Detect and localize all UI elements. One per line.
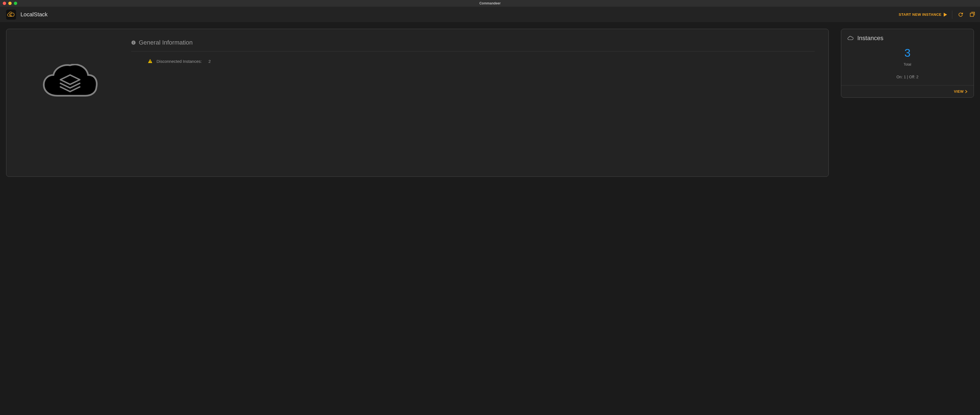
content-area: General Information Disconnected Instanc… [0, 23, 980, 415]
toolbar-separator [952, 11, 952, 19]
minimize-window-button[interactable] [8, 2, 12, 5]
general-information-panel: General Information Disconnected Instanc… [6, 29, 829, 177]
app-header: LocalStack START NEW INSTANCE [0, 6, 980, 23]
instances-status-line: On: 1 | Off: 2 [847, 75, 967, 79]
svg-rect-6 [150, 60, 150, 62]
app-root: Commandeer LocalStack START NEW INSTANCE [0, 0, 980, 415]
instances-panel-body: 3 Total On: 1 | Off: 2 [841, 42, 974, 85]
app-logo-icon [6, 10, 16, 20]
maximize-window-button[interactable] [14, 2, 17, 5]
svg-rect-3 [133, 42, 134, 44]
instances-panel-header: Instances [841, 29, 974, 42]
instances-panel-title: Instances [857, 35, 883, 42]
general-information-header: General Information [131, 39, 815, 51]
refresh-button[interactable] [957, 11, 964, 18]
refresh-icon [958, 12, 964, 18]
svg-rect-7 [150, 62, 150, 63]
svg-rect-4 [133, 41, 134, 42]
library-icon [969, 12, 975, 18]
instances-total-value: 3 [847, 47, 967, 59]
window-title: Commandeer [479, 2, 501, 5]
disconnected-instances-label: Disconnected Instances: [156, 59, 202, 63]
cloud-icon [847, 36, 854, 41]
service-illustration [15, 36, 126, 169]
header-left: LocalStack [6, 10, 48, 20]
general-information-body: General Information Disconnected Instanc… [126, 36, 820, 169]
instances-view-button[interactable]: VIEW [954, 89, 967, 93]
cloud-stack-icon [41, 64, 99, 100]
instances-panel-footer: VIEW [841, 85, 974, 97]
svg-marker-0 [944, 13, 947, 17]
warning-icon [148, 59, 153, 63]
window-controls [3, 2, 17, 5]
instances-total-label: Total [847, 62, 967, 67]
disconnected-instances-row: Disconnected Instances: 2 [131, 51, 815, 63]
start-new-instance-button[interactable]: START NEW INSTANCE [899, 13, 947, 17]
library-button[interactable] [969, 11, 975, 18]
header-right: START NEW INSTANCE [899, 11, 975, 19]
chevron-right-icon [965, 90, 967, 93]
disconnected-instances-value: 2 [208, 59, 210, 63]
general-information-title: General Information [139, 39, 192, 46]
instances-panel: Instances 3 Total On: 1 | Off: 2 VIEW [841, 29, 974, 98]
window-titlebar: Commandeer [0, 0, 980, 6]
start-new-instance-label: START NEW INSTANCE [899, 13, 942, 17]
page-title: LocalStack [21, 11, 48, 18]
play-icon [944, 13, 947, 17]
close-window-button[interactable] [3, 2, 6, 5]
instances-view-label: VIEW [954, 89, 964, 93]
info-icon [131, 40, 136, 45]
